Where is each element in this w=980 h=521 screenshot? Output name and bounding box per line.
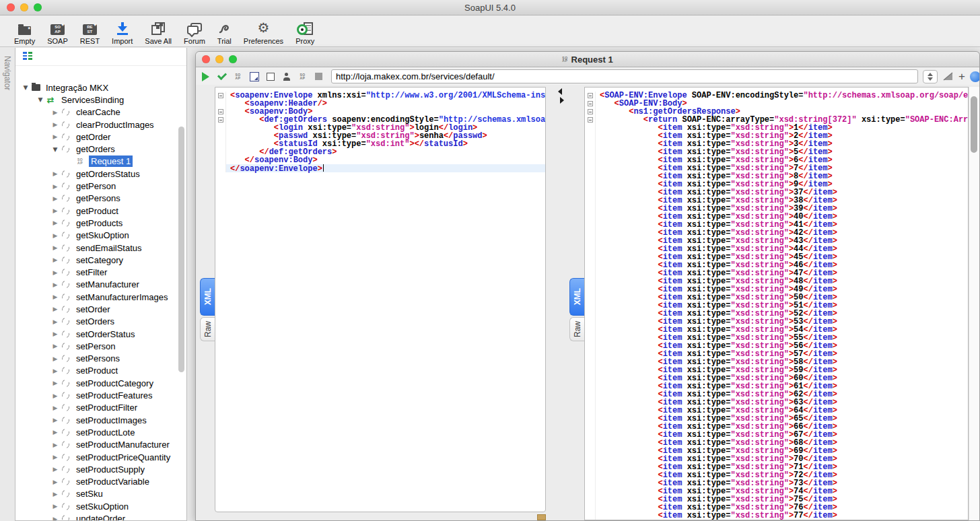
tree-item-setproductlote[interactable]: ▶setProductLote [15,426,177,438]
disclosure-triangle[interactable]: ▶ [50,392,60,399]
filter-button[interactable] [942,71,954,83]
disclosure-triangle[interactable]: ▶ [50,405,60,411]
resubmit-check-button[interactable] [216,71,228,83]
request-minimize-button[interactable] [215,55,223,63]
fold-marker[interactable] [588,117,593,123]
disclosure-triangle[interactable]: ▶ [50,479,60,485]
disclosure-triangle[interactable]: ▶ [50,121,60,128]
tree-item-setproductvariable[interactable]: ▶setProductVariable [15,476,177,488]
tree-item-setmanufacturer[interactable]: ▶setManufacturer [15,279,177,291]
disclosure-triangle[interactable]: ▶ [50,306,60,312]
tree-item-setproductsupply[interactable]: ▶setProductSupply [15,463,177,475]
tree-item-clearproductimages[interactable]: ▶clearProductImages [15,118,177,131]
disclosure-triangle[interactable]: ▶ [50,170,60,177]
submit-request-button[interactable] [200,71,211,83]
disclosure-triangle[interactable]: ▶ [50,133,60,140]
create-empty-button[interactable] [265,71,276,83]
tree-item-getproducts[interactable]: ▶getProducts [15,217,177,229]
disclosure-triangle[interactable]: ▶ [50,417,60,423]
disclosure-triangle[interactable]: ▶ [50,232,60,239]
tree-item-setcategory[interactable]: ▶setCategory [15,254,177,266]
tree-item-setskuoption[interactable]: ▶setSkuOption [15,500,177,512]
disclosure-triangle[interactable]: ▶ [50,195,60,202]
tree-item-getorders[interactable]: ▼getOrders [15,143,177,155]
disclosure-triangle[interactable]: ▶ [50,244,60,251]
tree-item-getpersons[interactable]: ▶getPersons [15,193,177,205]
disclosure-triangle[interactable]: ▶ [50,281,60,288]
response-xml-editor[interactable]: <SOAP-ENV:Envelope SOAP-ENV:encodingStyl… [584,87,969,520]
tree-item-setorderstatus[interactable]: ▶setOrderStatus [15,328,177,340]
tree-item-getproduct[interactable]: ▶getProduct [15,205,177,217]
request-tab-raw[interactable]: Raw [200,317,215,341]
tree-item-clearcache[interactable]: ▶clearCache [15,106,177,118]
response-vertical-scrollbar[interactable] [969,87,979,520]
tree-item-setproduct[interactable]: ▶setProduct [15,365,177,377]
disclosure-triangle[interactable]: ▶ [50,219,60,226]
toolbar-save-all-button[interactable]: Save All [139,17,178,45]
request-tab-xml[interactable]: XML [200,278,215,316]
endpoint-stepper[interactable] [923,70,938,83]
fold-marker[interactable] [218,93,223,98]
request-close-button[interactable] [202,55,210,63]
tree-item-getordersstatus[interactable]: ▶getOrdersStatus [15,168,177,180]
tree-item-setproductpricequantity[interactable]: ▶setProductPriceQuantity [15,451,177,463]
tree-item-setperson[interactable]: ▶setPerson [15,340,177,352]
disclosure-triangle[interactable]: ▶ [50,207,60,214]
tree-item-setproductimages[interactable]: ▶setProductImages [15,414,177,426]
request-horizontal-scrollbar[interactable] [215,514,546,520]
request-window-header[interactable]: SOAP Request 1 [196,52,979,67]
toolbar-proxy-button[interactable]: Proxy [289,17,320,45]
disclosure-triangle[interactable]: ▶ [50,109,60,116]
scrollbar-thumb[interactable] [971,96,977,153]
inline-help-button[interactable] [313,71,324,83]
tree-item-sendemailstatus[interactable]: ▶sendEmailStatus [15,242,177,254]
tree-item-setsku[interactable]: ▶setSku [15,488,177,500]
disclosure-triangle[interactable]: ▶ [50,183,60,190]
add-endpoint-button[interactable]: + [958,71,965,82]
fold-marker[interactable] [588,109,593,114]
tree-item-request-1[interactable]: SOAPRequest 1 [15,155,177,168]
toolbar-empty-button[interactable]: Empty [8,17,41,45]
disclosure-triangle[interactable]: ▼ [21,84,30,91]
disclosure-triangle[interactable]: ▶ [50,256,60,263]
disclosure-triangle[interactable]: ▶ [50,368,60,374]
disclosure-triangle[interactable]: ▶ [50,466,60,473]
tree-item-setorder[interactable]: ▶setOrder [15,303,177,315]
disclosure-triangle[interactable]: ▼ [50,146,60,153]
navigator-menu-icon[interactable] [23,52,32,61]
response-tab-raw[interactable]: Raw [569,317,584,341]
tree-item-setorders[interactable]: ▶setOrders [15,316,177,328]
tree-item-setproductcategory[interactable]: ▶setProductCategory [15,377,177,389]
tree-item-setproductmanufacturer[interactable]: ▶setProductManufacturer [15,439,177,451]
toolbar-soap-button[interactable]: SOAP SOAP [41,17,74,45]
tree-item-setpersons[interactable]: ▶setPersons [15,353,177,365]
toolbar-import-button[interactable]: Import [106,17,139,45]
disclosure-triangle[interactable]: ▶ [50,293,60,300]
disclosure-triangle[interactable]: ▶ [50,318,60,325]
disclosure-triangle[interactable]: ▶ [50,380,60,386]
fold-marker[interactable] [588,93,593,98]
disclosure-triangle[interactable]: ▶ [50,454,60,460]
disclosure-triangle[interactable]: ▶ [50,269,60,276]
disclosure-triangle[interactable]: ▶ [50,429,60,436]
response-tab-xml[interactable]: XML [569,278,584,316]
toolbar-forum-button[interactable]: Forum [178,17,211,45]
disclosure-triangle[interactable]: ▶ [50,343,60,349]
disclosure-triangle[interactable]: ▶ [50,491,60,497]
tree-item-setmanufacturerimages[interactable]: ▶setManufacturerImages [15,291,177,303]
record-icon[interactable] [970,71,980,82]
open-editor-button[interactable] [248,71,260,83]
tree-item-getskuoption[interactable]: ▶getSkuOption [15,230,177,242]
fold-marker[interactable] [218,117,223,123]
soap-action-button[interactable]: SOAP [297,71,308,83]
request-xml-editor[interactable]: <soapenv:Envelope xmlns:xsi="http://www.… [215,87,546,512]
tree-item-setfilter[interactable]: ▶setFilter [15,266,177,278]
credentials-button[interactable] [281,71,292,83]
disclosure-triangle[interactable]: ▼ [36,96,45,103]
recreate-request-button[interactable]: SOAP [232,71,244,83]
fold-marker[interactable] [218,109,223,114]
endpoint-url-input[interactable] [331,69,918,83]
tree-item-updateorder[interactable]: ▶updateOrder [15,512,177,520]
tree-item-setproductfilter[interactable]: ▶setProductFilter [15,402,177,414]
disclosure-triangle[interactable]: ▶ [50,442,60,448]
